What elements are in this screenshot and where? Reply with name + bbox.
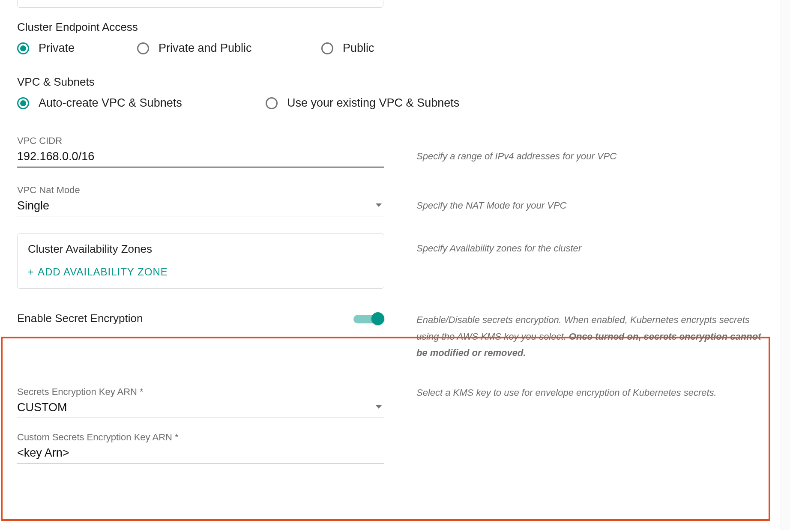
card-availability-zones: Cluster Availability Zones +ADD AVAILABI… (17, 233, 384, 289)
select-vpc-nat-mode[interactable]: Single (17, 197, 384, 216)
select-value: CUSTOM (17, 399, 384, 418)
radio-vpc-existing[interactable]: Use your existing VPC & Subnets (266, 96, 459, 110)
collapsed-card (17, 0, 383, 8)
plus-icon: + (28, 266, 34, 278)
select-value: Single (17, 197, 384, 216)
helper-vpc-nat-mode: Specify the NAT Mode for your VPC (416, 185, 773, 212)
helper-vpc-cidr: Specify a range of IPv4 addresses for yo… (416, 135, 773, 163)
input-custom-secrets-key-arn[interactable] (17, 445, 384, 463)
helper-secrets-key-arn: Select a KMS key to use for envelope enc… (416, 386, 773, 400)
radio-label: Private (39, 42, 75, 55)
toggle-enable-secret-encryption[interactable] (353, 312, 384, 325)
switch-thumb (371, 312, 384, 325)
radio-icon (266, 97, 278, 109)
label-vpc-nat-mode: VPC Nat Mode (17, 185, 384, 196)
heading-vpc-subnets: VPC & Subnets (17, 75, 773, 89)
radio-label: Private and Public (159, 42, 252, 55)
label-vpc-cidr: VPC CIDR (17, 135, 384, 146)
radio-icon (321, 42, 333, 54)
radio-icon (17, 42, 29, 54)
radio-label: Auto-create VPC & Subnets (39, 96, 182, 110)
helper-enable-secret-encryption: Enable/Disable secrets encryption. When … (416, 312, 773, 362)
heading-cluster-endpoint-access: Cluster Endpoint Access (17, 21, 773, 34)
chevron-down-icon (376, 203, 382, 207)
radio-label: Use your existing VPC & Subnets (287, 96, 459, 110)
scrollbar-gutter (781, 0, 790, 530)
radio-endpoint-private[interactable]: Private (17, 42, 137, 55)
input-vpc-cidr[interactable] (17, 148, 384, 167)
heading-availability-zones: Cluster Availability Zones (28, 242, 374, 256)
radio-label: Public (343, 42, 374, 55)
label-secrets-key-arn: Secrets Encryption Key ARN * (17, 386, 384, 398)
label-enable-secret-encryption: Enable Secret Encryption (17, 312, 143, 325)
radio-endpoint-public[interactable]: Public (321, 42, 374, 55)
radio-group-vpc-subnets: Auto-create VPC & Subnets Use your exist… (17, 96, 773, 110)
radio-icon (17, 97, 29, 109)
chevron-down-icon (376, 405, 382, 409)
label-custom-secrets-key-arn: Custom Secrets Encryption Key ARN * (17, 432, 384, 443)
radio-group-endpoint-access: Private Private and Public Public (17, 42, 773, 55)
helper-availability-zones: Specify Availability zones for the clust… (416, 233, 773, 255)
radio-vpc-auto[interactable]: Auto-create VPC & Subnets (17, 96, 266, 110)
radio-endpoint-private-public[interactable]: Private and Public (137, 42, 321, 55)
add-availability-zone-button[interactable]: +ADD AVAILABILITY ZONE (28, 266, 168, 278)
add-az-label: ADD AVAILABILITY ZONE (38, 266, 168, 278)
radio-icon (137, 42, 149, 54)
select-secrets-key-arn[interactable]: CUSTOM (17, 399, 384, 418)
